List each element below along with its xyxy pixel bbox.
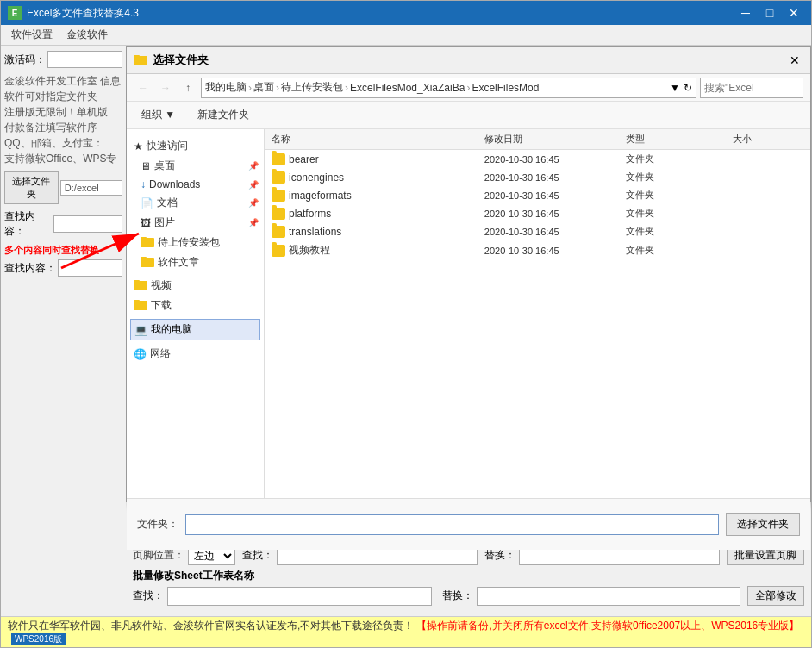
dialog-select-button[interactable]: 选择文件夹 (726, 513, 800, 536)
activation-label: 激活码： (4, 53, 46, 67)
nav-downloads-folder[interactable]: 下载 (130, 296, 260, 315)
dialog-toolbar: 组织 ▼ 新建文件夹 (127, 102, 810, 129)
path-excelmod1[interactable]: ExcelFilesMod_XiaZaiBa (350, 82, 465, 94)
window-controls: ─ □ ✕ (735, 4, 804, 22)
sheet-replace-label: 替换： (442, 589, 473, 603)
svg-rect-7 (134, 280, 140, 283)
svg-rect-1 (134, 55, 140, 58)
dialog-search-input[interactable] (700, 78, 803, 98)
table-row[interactable]: iconengines 2020-10-30 16:45 文件夹 (265, 168, 810, 186)
organize-button[interactable]: 组织 ▼ (134, 104, 183, 126)
col-type-header[interactable]: 类型 (626, 133, 732, 146)
dialog-footer: 文件夹： 选择文件夹 (127, 498, 810, 550)
file-type-bearer: 文件夹 (626, 153, 732, 165)
file-type-video: 文件夹 (626, 244, 732, 257)
minimize-button[interactable]: ─ (735, 4, 756, 22)
folder-icon (272, 171, 285, 184)
pin-icon-4: 📌 (248, 218, 259, 227)
folder-icon (272, 208, 285, 220)
col-name-header[interactable]: 名称 (272, 133, 484, 146)
sheet-search-input[interactable] (167, 587, 432, 606)
activation-section: 激活码： (4, 51, 122, 68)
folder-label: 文件夹： (137, 517, 178, 532)
path-excelmod2[interactable]: ExcelFilesMod (472, 82, 539, 94)
select-folder-button[interactable]: 选择文件夹 (4, 171, 59, 204)
contact: QQ、邮箱、支付宝： (4, 135, 122, 151)
file-date-iconengines: 2020-10-30 16:45 (484, 172, 627, 183)
new-folder-button[interactable]: 新建文件夹 (190, 104, 257, 126)
file-dialog: 选择文件夹 ✕ ← → ↑ 我的电脑 › 桌面 › 待上传安装包 (126, 46, 811, 502)
dialog-title: 选择文件夹 (153, 53, 786, 68)
table-row[interactable]: imageformats 2020-10-30 16:45 文件夹 (265, 186, 810, 204)
file-list: 名称 修改日期 类型 大小 bearer 2020-10-30 16:45 文件… (265, 129, 810, 498)
folder-icon (272, 245, 285, 257)
col-size-header[interactable]: 大小 (733, 133, 803, 146)
col-date-header[interactable]: 修改日期 (484, 133, 627, 146)
address-dropdown-icon[interactable]: ▼ (668, 82, 682, 94)
up-button[interactable]: ↑ (178, 78, 197, 97)
activation-input[interactable] (47, 51, 122, 68)
app-title: Excel多文件查找替换4.3 (27, 6, 735, 21)
table-row[interactable]: bearer 2020-10-30 16:45 文件夹 (265, 150, 810, 168)
menu-jinzun[interactable]: 金浚软件 (59, 26, 115, 44)
file-type-iconengines: 文件夹 (626, 171, 732, 184)
nav-my-computer[interactable]: 💻 我的电脑 (130, 319, 260, 340)
quick-access-icon: ★ (134, 140, 143, 153)
sheet-section: 批量修改Sheet工作表名称 查找： 替换： 全部修改 (133, 569, 804, 606)
forward-button[interactable]: → (156, 78, 175, 97)
nav-documents[interactable]: 📄 文档 📌 (137, 193, 260, 213)
pin-icon-3: 📌 (248, 198, 259, 208)
path-mycomputer[interactable]: 我的电脑 (205, 80, 247, 95)
menu-bar: 软件设置 金浚软件 (1, 25, 811, 46)
multi-search-label: 查找内容： (4, 261, 56, 276)
nav-desktop[interactable]: 🖥 桌面 📌 (137, 156, 260, 176)
file-date-translations: 2020-10-30 16:45 (484, 227, 627, 237)
sheet-modify-button[interactable]: 全部修改 (747, 586, 804, 606)
file-date-bearer: 2020-10-30 16:45 (484, 154, 627, 165)
file-type-translations: 文件夹 (626, 225, 732, 238)
sheet-replace-input[interactable] (477, 587, 741, 606)
svg-rect-9 (134, 300, 140, 302)
search-label: 查找内容： (4, 209, 52, 239)
file-date-imageformats: 2020-10-30 16:45 (484, 190, 627, 201)
back-button[interactable]: ← (134, 78, 153, 97)
maximize-button[interactable]: □ (759, 4, 780, 22)
file-date-video: 2020-10-30 16:45 (484, 246, 627, 256)
my-computer-label: 我的电脑 (151, 322, 192, 337)
dialog-folder-icon (134, 53, 147, 67)
file-name-video: 视频教程 (272, 243, 484, 258)
table-row[interactable]: translations 2020-10-30 16:45 文件夹 (265, 222, 810, 240)
file-type-platforms: 文件夹 (626, 207, 732, 220)
path-upload[interactable]: 待上传安装包 (281, 80, 343, 95)
download-icon: ↓ (141, 178, 146, 190)
refresh-icon[interactable]: ↻ (684, 82, 692, 94)
folder-path-input[interactable] (185, 514, 719, 535)
company-section: 金浚软件开发工作室 信息 软件可对指定文件夹 注册版无限制！单机版 付款备注填写… (4, 73, 122, 166)
office-desc: 支持微软Office、WPS专 (4, 151, 122, 166)
paid-label: 付款备注填写软件序 (4, 120, 122, 135)
document-icon: 📄 (141, 197, 153, 209)
menu-settings[interactable]: 软件设置 (4, 26, 59, 44)
file-type-imageformats: 文件夹 (626, 189, 732, 202)
svg-line-10 (61, 234, 139, 268)
main-layout: 激活码： 金浚软件开发工作室 信息 软件可对指定文件夹 注册版无限制！单机版 付… (1, 46, 811, 630)
title-bar: E Excel多文件查找替换4.3 ─ □ ✕ (1, 1, 811, 25)
app-window: E Excel多文件查找替换4.3 ─ □ ✕ 软件设置 金浚软件 激活码： 金… (0, 0, 812, 648)
close-button[interactable]: ✕ (784, 4, 804, 22)
path-desktop[interactable]: 桌面 (253, 80, 274, 95)
table-row[interactable]: platforms 2020-10-30 16:45 文件夹 (265, 204, 810, 222)
folder-icon (272, 226, 285, 238)
select-file-section: 选择文件夹 D:/excel (4, 171, 122, 204)
dialog-close-button[interactable]: ✕ (786, 52, 803, 69)
nav-network[interactable]: 🌐 网络 (130, 344, 260, 364)
status-highlight-text: 【操作前请备份,并关闭所有excel文件,支持微软0ffice2007以上、WP… (416, 620, 799, 632)
file-name-bearer: bearer (272, 153, 484, 165)
quick-access-header[interactable]: ★ 快速访问 (130, 136, 260, 156)
nav-downloads[interactable]: ↓ Downloads 📌 (137, 176, 260, 193)
desc1: 软件可对指定文件夹 (4, 89, 122, 104)
pin-icon-2: 📌 (248, 180, 259, 190)
pin-icon: 📌 (248, 161, 259, 171)
table-row[interactable]: 视频教程 2020-10-30 16:45 文件夹 (265, 240, 810, 260)
arrow-annotation (53, 225, 156, 279)
folder-video-icon (134, 278, 147, 293)
